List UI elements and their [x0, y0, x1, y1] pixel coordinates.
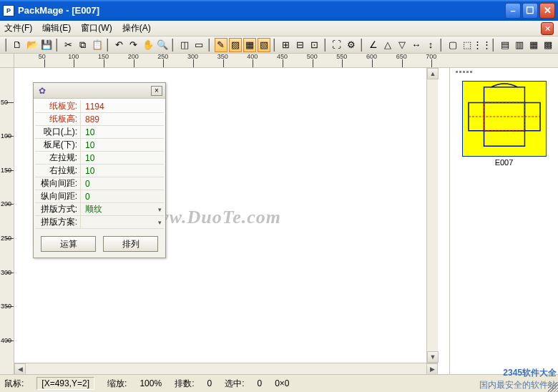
select-rect-icon[interactable]: ▭: [192, 38, 205, 52]
statusbar: 鼠标: [X=493,Y=2] 缩放: 100% 排数: 0 选中: 0 0×0…: [0, 374, 558, 392]
layout-panel[interactable]: ✿ × 纸板宽:纸板高:咬口(上):板尾(下):左拉规:右拉规:横向间距:纵向间…: [33, 82, 166, 258]
brand-notify: 2345软件大全 国内最安全的软件站: [442, 368, 557, 391]
box-big-icon[interactable]: ▢: [446, 38, 459, 52]
fit-icon[interactable]: ⛶: [331, 38, 343, 52]
window-title: PackMage - [E007]: [18, 5, 505, 16]
scrollbar-vertical[interactable]: ▲ ▼: [426, 68, 438, 363]
view-form-icon[interactable]: ▤: [499, 38, 512, 52]
panel-header[interactable]: ✿ ×: [34, 83, 165, 99]
canvas[interactable]: www.DuoTe.com ✿ × 纸板宽:纸板高:咬口(上):板尾(下):左拉…: [14, 68, 438, 363]
panel-input-0[interactable]: [85, 102, 164, 112]
titlebar: P PackMage - [E007] – ☐ ✕: [0, 0, 558, 21]
tool-pencil-icon[interactable]: ✎: [215, 38, 227, 52]
maximize-button[interactable]: ☐: [522, 3, 538, 19]
panel-input-7[interactable]: [85, 192, 164, 202]
panel-input-4[interactable]: [85, 153, 164, 163]
panel-row-9: 拼版方案:▾: [35, 216, 164, 229]
tool-hatch-ne-icon[interactable]: ▧: [258, 38, 270, 52]
view-panel-icon[interactable]: ▩: [542, 38, 554, 52]
arrow-ud-icon[interactable]: ↕: [424, 38, 437, 52]
ruler-horizontal[interactable]: 5010015020025030035040045050055060065070…: [14, 54, 558, 68]
resize-grip-icon[interactable]: [548, 382, 558, 392]
panel-label: 拼版方案:: [35, 216, 81, 228]
panel-row-0: 纸板宽:: [35, 100, 164, 113]
tri-up-icon[interactable]: △: [381, 38, 394, 52]
layout-v-icon[interactable]: ⊡: [308, 38, 321, 52]
panel-close-icon[interactable]: ×: [151, 86, 162, 96]
scroll-right-icon[interactable]: ▶: [426, 363, 438, 375]
layout-grid-icon[interactable]: ⊞: [280, 38, 293, 52]
select-crop-icon[interactable]: ◫: [178, 38, 191, 52]
status-zoom-value: 100%: [140, 378, 162, 388]
undo-icon[interactable]: ↶: [113, 38, 126, 52]
chevron-down-icon[interactable]: ▾: [155, 219, 164, 226]
tool-rect-fill-icon[interactable]: ▦: [243, 38, 256, 52]
panel-input-6[interactable]: [85, 179, 164, 189]
panel-input-2[interactable]: [85, 127, 164, 137]
panel-body: 纸板宽:纸板高:咬口(上):板尾(下):左拉规:右拉规:横向间距:纵向间距:拼版…: [34, 99, 165, 230]
calc-button[interactable]: 运算: [41, 236, 96, 252]
open-icon[interactable]: 📂: [26, 38, 39, 52]
hand-icon[interactable]: ✋: [142, 38, 155, 52]
minimize-button[interactable]: –: [505, 3, 521, 19]
panel-row-1: 纸板高:: [35, 113, 164, 126]
scroll-left-icon[interactable]: ◀: [14, 363, 26, 375]
measure-angle-icon[interactable]: ∠: [366, 38, 379, 52]
box-dotted-icon[interactable]: ⬚: [461, 38, 474, 52]
scroll-down-icon[interactable]: ▼: [427, 351, 439, 363]
ruler-vertical[interactable]: 50100150200250300350400: [0, 68, 14, 374]
panel-row-6: 横向间距:: [35, 177, 164, 190]
close-button[interactable]: ✕: [539, 3, 555, 19]
panel-input-8[interactable]: [85, 205, 155, 215]
panel-row-3: 板尾(下):: [35, 139, 164, 152]
document-close-button[interactable]: ✕: [541, 22, 554, 35]
tool-hatch-sw-icon[interactable]: ▨: [229, 38, 242, 52]
scroll-up-icon[interactable]: ▲: [427, 68, 439, 79]
panel-row-7: 纵向间距:: [35, 190, 164, 203]
paste-icon[interactable]: 📋: [91, 38, 104, 52]
panel-label: 纸板宽:: [35, 100, 81, 112]
panel-input-3[interactable]: [85, 140, 164, 150]
tri-down-icon[interactable]: ▽: [396, 38, 408, 52]
settings-gear-icon[interactable]: ⚙: [345, 38, 358, 52]
side-panel: E007: [449, 68, 558, 374]
menu-edit[interactable]: 编辑(E): [42, 22, 71, 34]
view-list-icon[interactable]: ▥: [513, 38, 526, 52]
chevron-down-icon[interactable]: ▾: [155, 206, 164, 213]
menubar: 文件(F) 编辑(E) 窗口(W) 操作(A) ✕: [0, 21, 558, 36]
gear-icon: ✿: [36, 85, 48, 97]
layout-h-icon[interactable]: ⊟: [294, 38, 307, 52]
save-icon[interactable]: 💾: [40, 38, 53, 52]
view-sheet-icon[interactable]: ▦: [527, 38, 540, 52]
status-sel-value: 0: [258, 378, 263, 388]
grip-icon[interactable]: ⋮⋮: [475, 38, 489, 52]
arrange-button[interactable]: 排列: [103, 236, 158, 252]
panel-label: 咬口(上):: [35, 126, 81, 138]
new-icon[interactable]: 🗋: [11, 38, 24, 52]
panel-label: 横向间距:: [35, 177, 81, 190]
status-dim: 0×0: [275, 378, 289, 388]
zoom-icon[interactable]: 🔍: [156, 38, 169, 52]
status-count-value: 0: [207, 378, 212, 388]
svg-rect-0: [463, 82, 546, 156]
panel-input-1[interactable]: [85, 114, 164, 124]
scrollbar-horizontal[interactable]: ◀ ▶: [14, 363, 438, 374]
panel-input-5[interactable]: [85, 166, 164, 176]
menu-file[interactable]: 文件(F): [4, 22, 32, 34]
panel-input-9[interactable]: [85, 217, 155, 227]
status-count-label: 排数:: [175, 378, 194, 390]
redo-icon[interactable]: ↷: [127, 38, 140, 52]
panel-label: 右拉规:: [35, 165, 81, 177]
copy-icon[interactable]: ⧉: [77, 38, 89, 52]
menu-action[interactable]: 操作(A): [122, 22, 151, 34]
template-preview[interactable]: [462, 81, 547, 157]
app-icon: P: [3, 5, 14, 16]
panel-label: 纸板高:: [35, 113, 81, 125]
panel-label: 板尾(下):: [35, 139, 81, 151]
panel-row-4: 左拉规:: [35, 152, 164, 165]
side-grip[interactable]: [453, 71, 555, 78]
arrow-lr-icon[interactable]: ↔: [410, 38, 423, 52]
menu-window[interactable]: 窗口(W): [81, 22, 112, 34]
status-sel-label: 选中:: [225, 378, 244, 390]
cut-icon[interactable]: ✂: [62, 38, 75, 52]
